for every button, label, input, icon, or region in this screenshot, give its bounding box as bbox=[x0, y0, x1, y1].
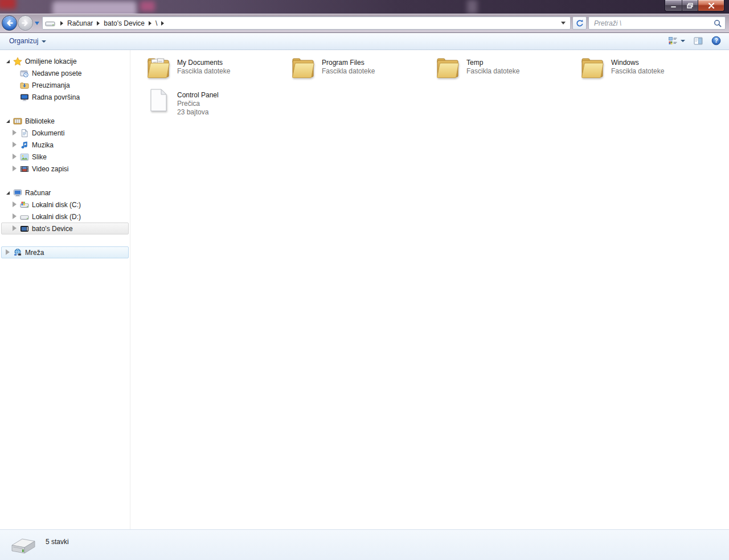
libraries-icon bbox=[13, 117, 22, 126]
file-item-my-documents[interactable]: My Documents Fascikla datoteke bbox=[145, 54, 289, 87]
search-input[interactable] bbox=[593, 19, 714, 28]
sidebar-section-libraries[interactable]: Biblioteke bbox=[1, 115, 129, 127]
expander-open-icon[interactable] bbox=[5, 191, 11, 195]
breadcrumb-separator-icon bbox=[60, 21, 63, 26]
back-arrow-icon bbox=[2, 16, 17, 30]
expander-closed-icon[interactable] bbox=[11, 215, 18, 219]
expander-closed-icon[interactable] bbox=[11, 131, 18, 135]
sidebar-item-recent-places[interactable]: Nedavne posete bbox=[1, 67, 129, 79]
folder-icon bbox=[579, 54, 606, 81]
sidebar-item-pictures[interactable]: Slike bbox=[1, 151, 129, 163]
sidebar-item-local-disk-d[interactable]: Lokalni disk (D:) bbox=[1, 211, 129, 223]
item-name: Windows bbox=[611, 59, 664, 67]
item-type: Fascikla datoteke bbox=[177, 67, 230, 76]
breadcrumb-item-computer[interactable]: Računar bbox=[67, 19, 93, 27]
breadcrumb-separator-icon bbox=[149, 21, 151, 26]
file-item-control-panel[interactable]: Control Panel Prečica 23 bajtova bbox=[145, 87, 289, 119]
item-label: Lokalni disk (C:) bbox=[32, 201, 81, 209]
breadcrumb-item-device[interactable]: bato's Device bbox=[104, 19, 145, 27]
expander-closed-icon[interactable] bbox=[5, 250, 11, 255]
sidebar-section-computer[interactable]: Računar bbox=[1, 187, 129, 199]
item-type: Fascikla datoteke bbox=[322, 67, 375, 76]
expander-open-icon[interactable] bbox=[5, 120, 11, 123]
item-label: Slike bbox=[32, 153, 47, 161]
sidebar-item-documents[interactable]: Dokumenti bbox=[1, 127, 129, 139]
sidebar-item-videos[interactable]: Video zapisi bbox=[1, 163, 129, 175]
sidebar-item-batos-device[interactable]: bato's Device bbox=[1, 223, 129, 234]
desktop-icon bbox=[19, 93, 29, 102]
background-blob bbox=[467, 0, 477, 14]
expander-closed-icon[interactable] bbox=[11, 143, 18, 147]
refresh-button[interactable] bbox=[572, 17, 587, 30]
downloads-icon bbox=[19, 81, 29, 90]
organize-button[interactable]: Organizuj bbox=[9, 37, 46, 45]
breadcrumb-separator-icon bbox=[97, 21, 100, 26]
sidebar-section-network[interactable]: Mreža bbox=[1, 246, 129, 258]
help-button[interactable]: ? bbox=[711, 36, 721, 46]
background-blob bbox=[0, 0, 16, 9]
item-type: Prečica bbox=[177, 100, 219, 108]
expander-closed-icon[interactable] bbox=[11, 167, 18, 171]
expander-closed-icon[interactable] bbox=[11, 155, 18, 159]
search-box bbox=[588, 17, 726, 30]
video-icon bbox=[19, 164, 29, 174]
item-name: My Documents bbox=[177, 59, 230, 67]
address-bar-row: Računar bato's Device \ bbox=[0, 14, 729, 32]
minimize-button[interactable] bbox=[665, 0, 682, 11]
document-icon bbox=[19, 129, 29, 138]
item-label: Nedavne posete bbox=[32, 69, 81, 77]
file-list: My Documents Fascikla datoteke Program F… bbox=[131, 50, 729, 529]
expander-closed-icon[interactable] bbox=[11, 203, 18, 207]
close-button[interactable] bbox=[698, 0, 724, 11]
recent-pages-dropdown[interactable] bbox=[35, 22, 39, 25]
forward-button[interactable] bbox=[18, 15, 33, 31]
sidebar-item-desktop[interactable]: Radna površina bbox=[1, 91, 129, 103]
section-label: Biblioteke bbox=[25, 117, 55, 125]
folder-icon bbox=[289, 54, 317, 81]
sidebar-item-downloads[interactable]: Preuzimanja bbox=[1, 79, 129, 91]
item-size: 23 bajtova bbox=[177, 108, 219, 117]
item-label: Radna površina bbox=[32, 93, 80, 101]
help-icon: ? bbox=[711, 36, 721, 46]
change-view-button[interactable] bbox=[668, 36, 685, 46]
preview-pane-icon bbox=[693, 36, 703, 46]
file-item-temp[interactable]: Temp Fascikla datoteke bbox=[434, 54, 579, 87]
main-area: Omiljene lokacije Nedavne posete bbox=[0, 50, 729, 529]
file-item-program-files[interactable]: Program Files Fascikla datoteke bbox=[289, 54, 434, 87]
breadcrumb-item-root[interactable]: \ bbox=[155, 19, 157, 27]
window-controls bbox=[665, 0, 724, 11]
item-count: 5 stavki bbox=[46, 538, 69, 546]
star-icon bbox=[13, 57, 22, 66]
forward-arrow-icon bbox=[18, 16, 32, 30]
sidebar-item-local-disk-c[interactable]: Lokalni disk (C:) bbox=[1, 199, 129, 211]
music-icon bbox=[19, 141, 29, 150]
command-toolbar: Organizuj bbox=[0, 32, 729, 50]
shortcut-file-icon bbox=[145, 87, 172, 114]
item-label: Dokumenti bbox=[32, 129, 64, 137]
search-icon[interactable] bbox=[714, 19, 722, 27]
recent-places-icon bbox=[19, 69, 29, 78]
section-label: Mreža bbox=[25, 249, 44, 257]
views-icon bbox=[668, 36, 678, 46]
section-label: Računar bbox=[25, 189, 51, 197]
restore-button[interactable] bbox=[682, 0, 698, 11]
folder-icon bbox=[434, 54, 461, 81]
item-label: Muzika bbox=[32, 141, 54, 149]
breadcrumb[interactable]: Računar bato's Device \ bbox=[42, 17, 571, 30]
chevron-down-icon bbox=[681, 40, 685, 42]
section-label: Omiljene lokacije bbox=[25, 57, 77, 65]
network-icon bbox=[13, 248, 22, 257]
disk-d-icon bbox=[19, 212, 29, 221]
preview-pane-button[interactable] bbox=[693, 36, 703, 46]
sidebar-item-music[interactable]: Muzika bbox=[1, 139, 129, 151]
sidebar-section-favorites[interactable]: Omiljene lokacije bbox=[1, 55, 129, 67]
file-item-windows[interactable]: Windows Fascikla datoteke bbox=[579, 54, 723, 87]
minimize-icon bbox=[670, 3, 677, 8]
address-history-dropdown-icon[interactable] bbox=[561, 22, 566, 24]
folder-with-documents-icon bbox=[145, 54, 172, 81]
pictures-icon bbox=[19, 153, 29, 162]
item-type: Fascikla datoteke bbox=[466, 67, 519, 76]
back-button[interactable] bbox=[2, 15, 17, 31]
expander-open-icon[interactable] bbox=[5, 60, 11, 63]
expander-closed-icon[interactable] bbox=[11, 227, 18, 231]
